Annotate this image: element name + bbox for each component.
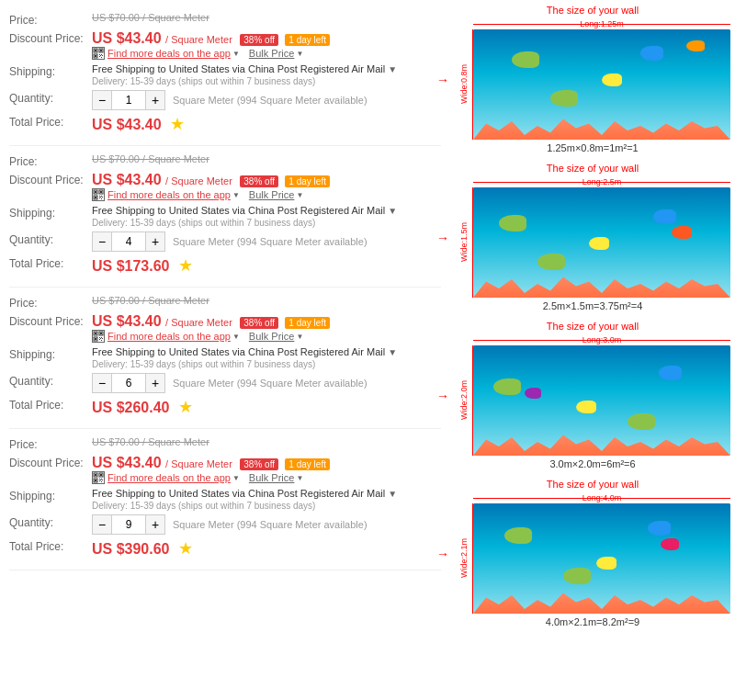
discount-content-1: US $43.40 / Square Meter 38% off 1 day l… (92, 30, 441, 60)
svg-rect-34 (99, 339, 100, 340)
product-block-1: Price: US $70.00 / Square Meter Discount… (9, 5, 441, 146)
svg-rect-33 (102, 338, 103, 339)
fish-scene-2 (473, 187, 730, 298)
product-block-2: Price: US $70.00 / Square Meter Discount… (9, 146, 441, 288)
bulk-arrow-4[interactable]: ▼ (296, 474, 303, 482)
wall-calc-3: 3.0m×2.0m=6m²=6 (455, 458, 730, 469)
wall-section-2: The size of your wall Long:2.5m Wide:1.5… (455, 163, 730, 311)
wall-title-1: The size of your wall (455, 5, 730, 16)
shipping-row-1: Shipping: Free Shipping to United States… (9, 63, 441, 86)
svg-rect-44 (100, 480, 101, 480)
qty-input-2[interactable] (112, 231, 145, 252)
deals-link-2[interactable]: Find more deals on the app (107, 189, 231, 200)
price-label-2: Price: (9, 153, 92, 168)
discount-price-4: US $43.40 / Square Meter (92, 455, 236, 470)
discount-label-2: Discount Price: (9, 172, 92, 186)
wall-calc-4: 4.0m×2.1m=8.2m²=9 (455, 616, 730, 627)
total-label-3: Total Price: (9, 397, 92, 412)
svg-rect-47 (101, 481, 102, 482)
long-arrow-2: Long:2.5m (473, 177, 730, 186)
dropdown-arrow-2[interactable]: ▼ (232, 191, 240, 199)
wide-label-4: Wide:2.1m (455, 503, 473, 614)
quantity-row-2: Quantity: − + Square Meter (994 Square M… (9, 231, 441, 252)
dropdown-arrow-4[interactable]: ▼ (232, 474, 240, 482)
original-price-3: US $70.00 / Square Meter (92, 295, 441, 306)
qty-input-4[interactable] (112, 514, 145, 535)
quantity-control-2: − + Square Meter (994 Square Meter avail… (92, 231, 441, 252)
original-price-2: US $70.00 / Square Meter (92, 153, 441, 164)
price-row-3: Price: US $70.00 / Square Meter (9, 295, 441, 310)
svg-rect-21 (102, 197, 103, 198)
deals-link-3[interactable]: Find more deals on the app (107, 331, 231, 342)
qty-minus-1[interactable]: − (92, 90, 112, 110)
fish-1 (512, 51, 539, 68)
wall-diagram-2: Long:2.5m Wide:1.5m (455, 177, 730, 298)
wall-title-3: The size of your wall (455, 321, 730, 332)
original-price-1: US $70.00 / Square Meter (92, 12, 441, 23)
qty-input-3[interactable] (112, 373, 145, 393)
total-label-4: Total Price: (9, 538, 92, 553)
total-row-2: Total Price: US $173.60 ★ (9, 255, 441, 276)
total-price-1: US $43.40 (92, 117, 162, 132)
qty-input-1[interactable] (112, 90, 145, 110)
discount-label-3: Discount Price: (9, 313, 92, 328)
quantity-control-3: − + Square Meter (994 Square Meter avail… (92, 373, 441, 393)
qty-plus-3[interactable]: + (145, 373, 165, 393)
svg-rect-13 (95, 191, 96, 193)
shipping-label-1: Shipping: (9, 63, 92, 78)
dropdown-arrow-3[interactable]: ▼ (232, 333, 240, 341)
badge-off-4: 38% off (240, 458, 278, 470)
qty-plus-4[interactable]: + (145, 514, 165, 535)
star-icon-3: ★ (178, 398, 193, 416)
bulk-link-3[interactable]: Bulk Price (249, 331, 295, 342)
qr-icon-1 (92, 47, 105, 60)
svg-rect-46 (99, 480, 100, 481)
price-row-2: Price: US $70.00 / Square Meter (9, 153, 441, 168)
svg-rect-11 (101, 57, 102, 58)
bulk-arrow-2[interactable]: ▼ (296, 191, 303, 199)
deals-link-1[interactable]: Find more deals on the app (107, 48, 231, 59)
bulk-arrow-3[interactable]: ▼ (296, 333, 303, 341)
qty-plus-2[interactable]: + (145, 231, 165, 252)
svg-rect-45 (102, 480, 103, 480)
total-row-1: Total Price: US $43.40 ★ (9, 114, 441, 134)
long-arrow-4: Long:4.0m (473, 493, 730, 502)
badge-day-4: 1 day left (285, 458, 330, 470)
shipping-label-2: Shipping: (9, 205, 92, 220)
badge-off-2: 38% off (240, 175, 278, 187)
bulk-link-1[interactable]: Bulk Price (249, 48, 295, 59)
qty-minus-2[interactable]: − (92, 231, 112, 252)
bulk-link-2[interactable]: Bulk Price (249, 189, 295, 200)
deals-link-4[interactable]: Find more deals on the app (107, 472, 231, 483)
dropdown-arrow-1[interactable]: ▼ (232, 50, 240, 58)
shipping-content-2: Free Shipping to United States via China… (92, 205, 441, 228)
qr-icon-4 (92, 471, 105, 484)
svg-rect-8 (100, 55, 101, 56)
star-icon-1: ★ (170, 115, 185, 133)
qty-plus-1[interactable]: + (145, 90, 165, 110)
fish-4 (550, 90, 578, 107)
main-container: Price: US $70.00 / Square Meter Discount… (0, 0, 735, 641)
wide-label-3: Wide:2.0m (455, 345, 473, 456)
bulk-link-4[interactable]: Bulk Price (249, 472, 295, 483)
qty-minus-3[interactable]: − (92, 373, 112, 393)
fish-15 (525, 388, 541, 399)
quantity-row-4: Quantity: − + Square Meter (994 Square M… (9, 514, 441, 535)
wall-image-row-2: Wide:1.5m (455, 187, 730, 298)
quantity-content-4: − + Square Meter (994 Square Meter avail… (92, 514, 441, 535)
discount-row-1: Discount Price: US $43.40 / Square Meter… (9, 30, 441, 60)
discount-content-3: US $43.40 / Square Meter 38% off 1 day l… (92, 313, 441, 343)
qty-minus-4[interactable]: − (92, 514, 112, 535)
badge-off-1: 38% off (240, 34, 278, 46)
shipping-content-4: Free Shipping to United States via China… (92, 488, 441, 511)
left-panel: Price: US $70.00 / Square Meter Discount… (0, 0, 450, 641)
bulk-arrow-1[interactable]: ▼ (296, 50, 303, 58)
shipping-content-1: Free Shipping to United States via China… (92, 63, 441, 86)
svg-rect-10 (99, 56, 100, 57)
svg-rect-27 (100, 333, 102, 334)
svg-rect-15 (100, 191, 102, 193)
quantity-control-1: − + Square Meter (994 Square Meter avail… (92, 90, 441, 110)
svg-rect-20 (100, 197, 101, 198)
discount-content-4: US $43.40 / Square Meter 38% off 1 day l… (92, 455, 441, 484)
discount-price-2: US $43.40 / Square Meter (92, 172, 236, 187)
